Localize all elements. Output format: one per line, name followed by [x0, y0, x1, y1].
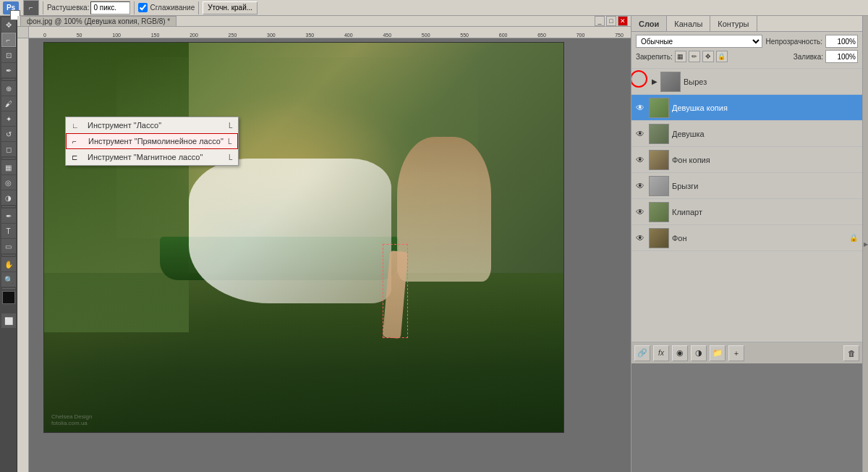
- layer-item-clipart[interactable]: 👁 Клипарт: [631, 199, 862, 225]
- layer-eye-fon[interactable]: 👁: [634, 232, 646, 244]
- smooth-checkbox[interactable]: Сглаживание: [138, 3, 195, 12]
- canvas-image[interactable]: Chelsea Design fotolia.com.ua: [43, 42, 564, 433]
- foreground-color[interactable]: [2, 291, 15, 304]
- lock-paint-icon[interactable]: ✏: [689, 51, 700, 62]
- tab-channels[interactable]: Каналы: [667, 16, 710, 31]
- layer-thumb-clipart: [649, 202, 669, 222]
- canvas-scroll-area[interactable]: Chelsea Design fotolia.com.ua ∟ Инструме…: [29, 38, 631, 472]
- crop-tool[interactable]: ⊡: [1, 48, 16, 62]
- blend-mode-select[interactable]: Обычные: [636, 35, 762, 48]
- link-layers-button[interactable]: 🔗: [634, 345, 650, 361]
- ruler-mark-0: 0: [43, 33, 46, 38]
- close-button[interactable]: ✕: [618, 16, 628, 26]
- fill-input[interactable]: [825, 50, 858, 63]
- new-layer-button[interactable]: +: [728, 345, 744, 361]
- layer-eye-fon-kopiya[interactable]: 👁: [634, 154, 646, 166]
- right-panel: Слои Каналы Контуры Обычные Непрозрачнос…: [631, 16, 862, 472]
- layer-item-vyrез[interactable]: ▶ Вырез: [631, 69, 862, 95]
- ruler-mark-250: 250: [229, 33, 237, 38]
- refine-edge-button[interactable]: Уточн. край...: [203, 1, 258, 14]
- ruler-mark-700: 700: [576, 33, 585, 38]
- eyedropper-tool[interactable]: ✒: [1, 63, 16, 77]
- text-tool[interactable]: T: [1, 224, 16, 238]
- lock-move-icon[interactable]: ✥: [702, 51, 714, 62]
- context-item-poly-lasso-shortcut: L: [228, 138, 232, 146]
- delete-layer-button[interactable]: 🗑: [843, 345, 859, 361]
- layer-item-devushka-kopiya[interactable]: 👁 Девушка копия: [631, 95, 862, 121]
- context-item-lasso[interactable]: ∟ Инструмент "Лассо" L: [66, 117, 238, 133]
- gradient-tool[interactable]: ▦: [1, 160, 16, 174]
- lock-all-icon[interactable]: 🔒: [716, 51, 728, 62]
- document-tab-item[interactable]: фон.jpg @ 100% (Девушка копия, RGB/8) *: [20, 16, 176, 26]
- blur-tool[interactable]: ◎: [1, 175, 16, 190]
- context-item-poly-lasso-label: Инструмент "Прямолинейное лассо": [88, 137, 224, 146]
- pen-tool[interactable]: ✒: [1, 208, 16, 223]
- mag-lasso-icon: ⊏: [72, 153, 83, 161]
- minimize-button[interactable]: _: [595, 16, 605, 26]
- left-toolbar: ✥ ⌐ ⊡ ✒ ⊕ 🖌 ✦ ↺ ◻ ▦ ◎ ◑ ✒ T ▭ ✋ 🔍: [0, 16, 17, 472]
- ruler-mark-100: 100: [112, 33, 121, 38]
- panel-collapse-handle[interactable]: ▶: [862, 16, 868, 472]
- lasso-tool[interactable]: ⌐: [1, 33, 16, 47]
- quick-mask[interactable]: ⬜: [1, 313, 16, 328]
- stamp-tool[interactable]: ✦: [1, 111, 16, 126]
- context-item-mag-lasso-label: Инструмент "Магнитное лассо": [88, 153, 203, 161]
- context-item-lasso-label: Инструмент "Лассо": [88, 121, 161, 130]
- context-item-lasso-shortcut: L: [229, 122, 233, 130]
- watermark: Chelsea Design fotolia.com.ua: [51, 413, 92, 426]
- ruler-mark-400: 400: [344, 33, 353, 38]
- right-panel-area: Слои Каналы Контуры Обычные Непрозрачнос…: [631, 16, 868, 472]
- layer-thumb-devushka-kopiya: [649, 98, 669, 118]
- layer-item-fon[interactable]: 👁 Фон 🔒: [631, 225, 862, 251]
- tab-layers[interactable]: Слои: [631, 16, 667, 31]
- context-item-mag-lasso[interactable]: ⊏ Инструмент "Магнитное лассо" L: [66, 149, 238, 165]
- context-menu: ∟ Инструмент "Лассо" L ⌐ Инструмент "Пря…: [65, 117, 239, 166]
- layer-expand-arrow[interactable]: ▶: [652, 77, 658, 85]
- layer-styles-button[interactable]: fx: [653, 345, 669, 361]
- layer-name-fon-kopiya: Фон копия: [672, 156, 859, 164]
- tab-paths[interactable]: Контуры: [710, 16, 757, 31]
- collapse-icon: ▶: [864, 241, 868, 248]
- lasso-tool-icon[interactable]: ⌐: [23, 0, 39, 16]
- opacity-input[interactable]: [825, 35, 858, 48]
- layer-name-bryzgi: Брызги: [672, 182, 859, 190]
- ruler-vertical: [17, 38, 29, 472]
- context-item-mag-lasso-shortcut: L: [229, 153, 233, 161]
- ruler-mark-200: 200: [190, 33, 198, 38]
- tool-sep1: [2, 79, 15, 80]
- layer-name-devushka: Девушка: [672, 130, 859, 138]
- ruler-mark-450: 450: [383, 33, 391, 38]
- feather-input[interactable]: [90, 1, 130, 14]
- layers-tabs: Слои Каналы Контуры: [631, 16, 862, 32]
- sep3: [198, 1, 199, 14]
- content-area: ✥ ⌐ ⊡ ✒ ⊕ 🖌 ✦ ↺ ◻ ▦ ◎ ◑ ✒ T ▭ ✋ 🔍: [0, 16, 868, 472]
- shape-tool[interactable]: ▭: [1, 239, 16, 253]
- adjustment-button[interactable]: ◑: [691, 345, 707, 361]
- group-layers-button[interactable]: 📁: [710, 345, 726, 361]
- document-tab: фон.jpg @ 100% (Девушка копия, RGB/8) * …: [17, 16, 631, 27]
- layer-eye-clipart[interactable]: 👁: [634, 206, 646, 218]
- ruler-mark-600: 600: [499, 33, 508, 38]
- context-item-poly-lasso[interactable]: ⌐ Инструмент "Прямолинейное лассо" L: [66, 133, 238, 149]
- layer-eye-bryzgi[interactable]: 👁: [634, 180, 646, 192]
- heal-tool[interactable]: ⊕: [1, 81, 16, 96]
- layer-name-vyrез: Вырез: [684, 77, 859, 86]
- lock-transparent-icon[interactable]: ▦: [675, 51, 686, 62]
- opacity-label: Непрозрачность:: [765, 38, 822, 46]
- history-brush[interactable]: ↺: [1, 127, 16, 141]
- ruler-corner: [17, 27, 29, 38]
- layer-eye-devushka[interactable]: 👁: [634, 128, 646, 140]
- layer-item-devushka[interactable]: 👁 Девушка: [631, 121, 862, 147]
- dodge-tool[interactable]: ◑: [1, 190, 16, 205]
- layer-item-fon-kopiya[interactable]: 👁 Фон копия: [631, 147, 862, 173]
- layer-item-bryzgi[interactable]: 👁 Брызги: [631, 173, 862, 199]
- zoom-tool[interactable]: 🔍: [1, 272, 16, 287]
- scene-dress: [189, 159, 391, 303]
- layer-eye-devushka-kopiya[interactable]: 👁: [634, 102, 646, 114]
- add-mask-button[interactable]: ◉: [672, 345, 688, 361]
- eraser-tool[interactable]: ◻: [1, 142, 16, 156]
- brush-tool[interactable]: 🖌: [1, 96, 16, 111]
- hand-tool[interactable]: ✋: [1, 257, 16, 271]
- window-buttons: _ □ ✕: [595, 16, 628, 26]
- maximize-button[interactable]: □: [606, 16, 616, 26]
